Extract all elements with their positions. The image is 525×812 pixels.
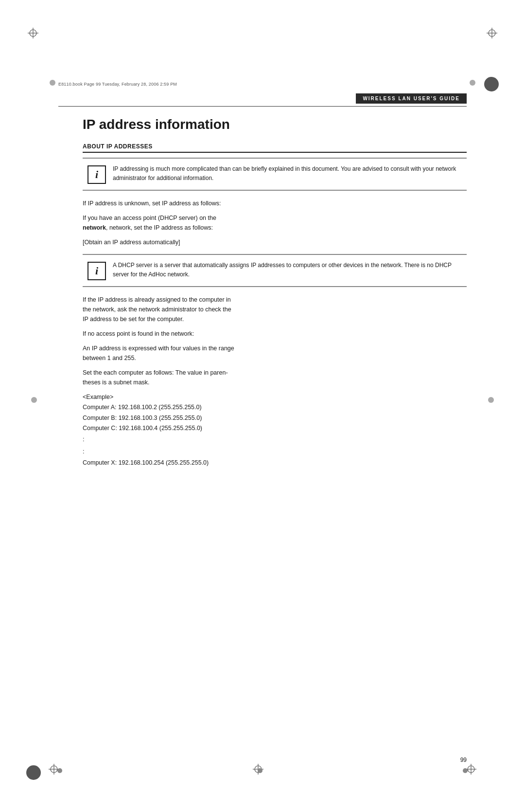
section-heading: ABOUT IP ADDRESSES — [83, 143, 467, 153]
info-box-1: i IP addressing is much more complicated… — [83, 158, 467, 191]
paragraph-3: If the IP address is already assigned to… — [83, 295, 467, 324]
page-title: IP address information — [83, 117, 467, 132]
dot-mark-bm — [258, 768, 262, 773]
paragraph-6: Set the each computer as follows: The va… — [83, 368, 467, 387]
dots-1: : — [83, 433, 467, 446]
dot-mark-tl — [50, 80, 55, 86]
large-circle-tr — [484, 77, 499, 91]
computer-x: Computer X: 192.168.100.254 (255.255.255… — [83, 458, 467, 468]
corner-crosshair-tl — [28, 28, 38, 38]
paragraph-5: An IP address is expressed with four val… — [83, 343, 467, 363]
bracket-text: [Obtain an IP address automatically] — [83, 237, 467, 247]
page-number: 99 — [460, 757, 467, 763]
header-bar: Wireless LAN User's Guide — [356, 93, 467, 104]
page: E8110.book Page 99 Tuesday, February 28,… — [0, 0, 525, 812]
info-icon-2: i — [88, 262, 106, 280]
meta-line: E8110.book Page 99 Tuesday, February 28,… — [58, 82, 467, 87]
info-box-2: i A DHCP server is a server that automat… — [83, 254, 467, 287]
paragraph-4: If no access point is found in the netwo… — [83, 329, 467, 339]
dots-2: : — [83, 446, 467, 458]
dot-mark-mr — [488, 397, 494, 403]
dot-mark-tr — [470, 80, 475, 86]
computer-a: Computer A: 192.168.100.2 (255.255.255.0… — [83, 402, 467, 413]
main-content: IP address information ABOUT IP ADDRESSE… — [83, 117, 467, 754]
large-circle-bl — [26, 765, 41, 780]
dot-mark-bl2 — [57, 768, 62, 773]
info-text-1: IP addressing is much more complicated t… — [113, 164, 462, 182]
paragraph-2: If you have an access point (DHCP server… — [83, 213, 467, 233]
example-list: <Example> Computer A: 192.168.100.2 (255… — [83, 392, 467, 468]
example-label: <Example> — [83, 392, 467, 402]
info-icon-1: i — [88, 165, 106, 184]
dot-mark-ml — [31, 397, 37, 403]
paragraph-2b: network, network, set the IP address as … — [83, 224, 213, 231]
paragraph-1: If IP address is unknown, set IP address… — [83, 198, 467, 208]
header-title: Wireless LAN User's Guide — [363, 96, 460, 101]
file-info: E8110.book Page 99 Tuesday, February 28,… — [58, 82, 177, 87]
header-rule — [58, 106, 467, 107]
computer-c: Computer C: 192.168.100.4 (255.255.255.0… — [83, 423, 467, 433]
corner-crosshair-tr — [487, 28, 497, 38]
dot-mark-br2 — [463, 768, 468, 773]
computer-b: Computer B: 192.168.100.3 (255.255.255.0… — [83, 413, 467, 423]
info-text-2: A DHCP server is a server that automatic… — [113, 261, 462, 279]
